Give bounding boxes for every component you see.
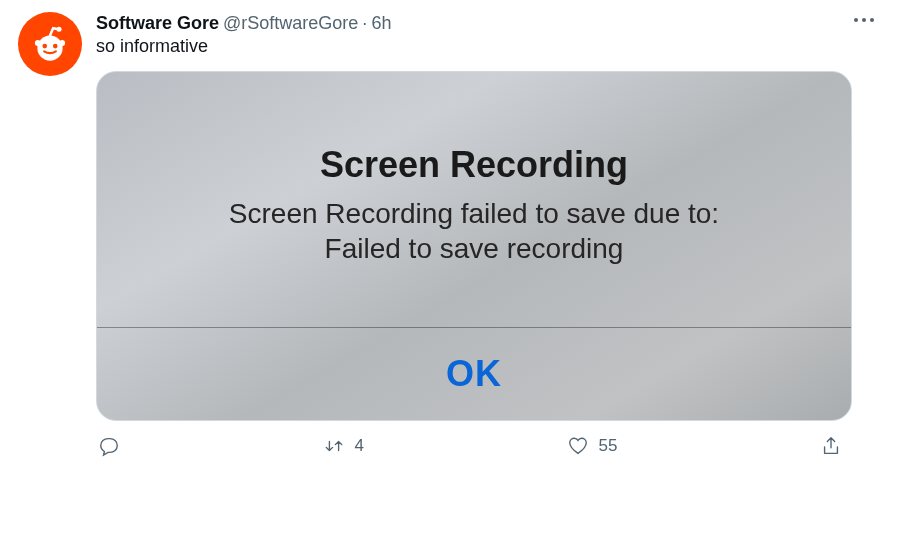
alert-content: Screen Recording Screen Recording failed…: [97, 72, 851, 327]
tweet-container: Software Gore @rSoftwareGore · 6h so inf…: [0, 0, 900, 469]
svg-point-3: [35, 40, 41, 46]
handle[interactable]: @rSoftwareGore: [223, 12, 358, 34]
alert-message-line1: Screen Recording failed to save due to:: [229, 196, 719, 231]
svg-point-5: [57, 27, 62, 32]
separator: ·: [362, 12, 367, 34]
more-options-button[interactable]: [850, 14, 878, 26]
svg-point-1: [42, 44, 47, 49]
retweet-button[interactable]: 4: [323, 435, 364, 457]
display-name[interactable]: Software Gore: [96, 12, 219, 34]
share-icon: [820, 435, 842, 457]
tweet-media[interactable]: Screen Recording Screen Recording failed…: [96, 71, 852, 421]
like-count: 55: [599, 436, 618, 456]
like-button[interactable]: 55: [567, 435, 618, 457]
timestamp[interactable]: 6h: [371, 12, 391, 34]
alert-title: Screen Recording: [320, 144, 628, 186]
reddit-icon: [29, 23, 71, 65]
tweet-actions: 4 55: [96, 435, 852, 457]
alert-message-line2: Failed to save recording: [229, 231, 719, 266]
dot-icon: [854, 18, 858, 22]
alert-message: Screen Recording failed to save due to: …: [229, 196, 719, 266]
alert-ok-button: OK: [97, 328, 851, 420]
share-button[interactable]: [820, 435, 842, 457]
reply-icon: [98, 435, 120, 457]
tweet-content: Software Gore @rSoftwareGore · 6h so inf…: [96, 12, 882, 457]
heart-icon: [567, 435, 589, 457]
reply-button[interactable]: [98, 435, 120, 457]
svg-point-2: [53, 44, 58, 49]
retweet-count: 4: [355, 436, 364, 456]
tweet-header: Software Gore @rSoftwareGore · 6h: [96, 12, 882, 34]
retweet-icon: [323, 435, 345, 457]
svg-point-4: [59, 40, 65, 46]
avatar[interactable]: [18, 12, 82, 76]
dot-icon: [862, 18, 866, 22]
tweet-text: so informative: [96, 36, 882, 57]
dot-icon: [870, 18, 874, 22]
svg-point-0: [37, 36, 62, 61]
